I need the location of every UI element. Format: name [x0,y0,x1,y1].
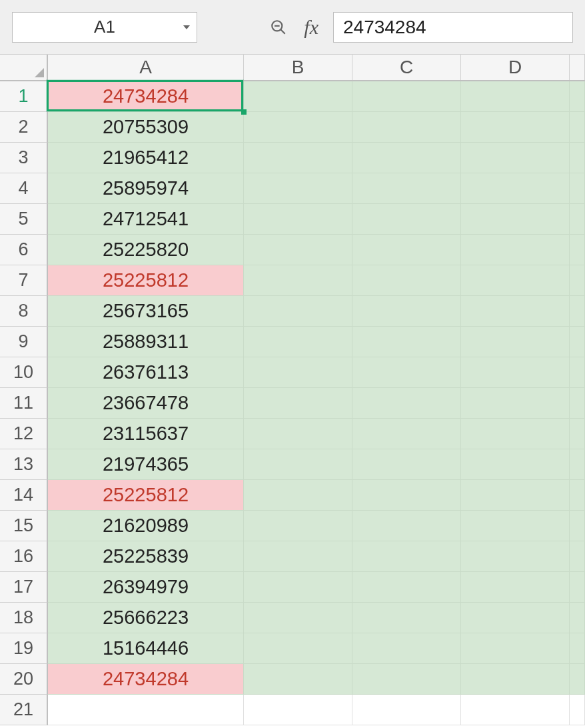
cell[interactable] [461,480,570,511]
row-header[interactable]: 20 [0,664,48,695]
cell[interactable] [461,265,570,296]
name-box[interactable]: A1 [12,12,197,43]
cell[interactable] [570,633,585,664]
cell[interactable]: 21974365 [48,449,244,480]
row-header[interactable]: 4 [0,173,48,204]
cell[interactable] [352,204,461,235]
row-header[interactable]: 7 [0,265,48,296]
cell[interactable]: 24734284 [48,81,244,112]
cell[interactable] [570,357,585,388]
cell[interactable]: 23115637 [48,419,244,449]
cell[interactable] [244,265,352,296]
fx-icon[interactable]: fx [300,16,321,39]
cell[interactable] [570,511,585,541]
cell[interactable] [461,511,570,541]
row-header[interactable]: 2 [0,112,48,143]
cell[interactable]: 26376113 [48,357,244,388]
cell[interactable] [244,327,352,357]
cell[interactable]: 25673165 [48,296,244,327]
cell[interactable] [352,603,461,633]
cell[interactable] [352,541,461,572]
row-header[interactable]: 18 [0,603,48,633]
cell[interactable] [461,81,570,112]
cell[interactable] [244,204,352,235]
cell[interactable] [244,296,352,327]
cell[interactable] [461,112,570,143]
cell[interactable] [244,572,352,603]
cell[interactable] [244,112,352,143]
cell[interactable] [352,419,461,449]
cell[interactable] [352,633,461,664]
cell[interactable]: 25225820 [48,235,244,265]
cell[interactable] [244,173,352,204]
cell[interactable] [352,695,461,725]
cell[interactable] [352,173,461,204]
cell[interactable] [352,449,461,480]
cell[interactable] [570,388,585,419]
cell[interactable] [461,327,570,357]
row-header[interactable]: 9 [0,327,48,357]
cell[interactable]: 15164446 [48,633,244,664]
cell[interactable] [461,357,570,388]
cell[interactable]: 23667478 [48,388,244,419]
cell[interactable] [461,664,570,695]
row-header[interactable]: 5 [0,204,48,235]
cell[interactable] [461,235,570,265]
column-header-c[interactable]: C [352,55,461,80]
cell[interactable]: 25225839 [48,541,244,572]
cell[interactable] [570,143,585,173]
column-header-d[interactable]: D [461,55,570,80]
cell[interactable] [352,81,461,112]
cell[interactable] [352,112,461,143]
cell[interactable] [461,449,570,480]
cell[interactable] [570,541,585,572]
cell[interactable] [461,296,570,327]
row-header[interactable]: 21 [0,695,48,725]
cell[interactable]: 24712541 [48,204,244,235]
cell[interactable] [461,695,570,725]
cell[interactable] [570,296,585,327]
row-header[interactable]: 14 [0,480,48,511]
cell[interactable] [352,572,461,603]
row-header[interactable]: 11 [0,388,48,419]
cell[interactable] [352,664,461,695]
cell[interactable] [461,572,570,603]
cell[interactable] [461,419,570,449]
cell[interactable]: 25889311 [48,327,244,357]
cell[interactable]: 25895974 [48,173,244,204]
row-header[interactable]: 10 [0,357,48,388]
cell[interactable] [244,480,352,511]
row-header[interactable]: 1 [0,81,48,112]
cell[interactable] [244,419,352,449]
row-header[interactable]: 8 [0,296,48,327]
cell[interactable]: 25225812 [48,480,244,511]
cell[interactable] [244,143,352,173]
cell[interactable] [461,633,570,664]
column-header-b[interactable]: B [244,55,352,80]
cell[interactable] [570,695,585,725]
cell[interactable] [352,265,461,296]
cell[interactable] [570,112,585,143]
cell[interactable]: 21620989 [48,511,244,541]
row-header[interactable]: 17 [0,572,48,603]
cell[interactable] [352,357,461,388]
cell[interactable] [48,695,244,725]
row-header[interactable]: 13 [0,449,48,480]
cell[interactable]: 24734284 [48,664,244,695]
cell[interactable] [352,143,461,173]
cell[interactable] [244,235,352,265]
cell[interactable] [244,541,352,572]
cell[interactable] [570,327,585,357]
row-header[interactable]: 3 [0,143,48,173]
cell[interactable] [244,388,352,419]
cell[interactable] [244,664,352,695]
cell[interactable] [570,572,585,603]
zoom-out-icon[interactable] [269,18,288,37]
cell[interactable] [461,173,570,204]
cell[interactable] [352,511,461,541]
select-all-corner[interactable] [0,55,48,80]
cell[interactable] [461,204,570,235]
row-header[interactable]: 16 [0,541,48,572]
cell[interactable] [244,695,352,725]
row-header[interactable]: 12 [0,419,48,449]
